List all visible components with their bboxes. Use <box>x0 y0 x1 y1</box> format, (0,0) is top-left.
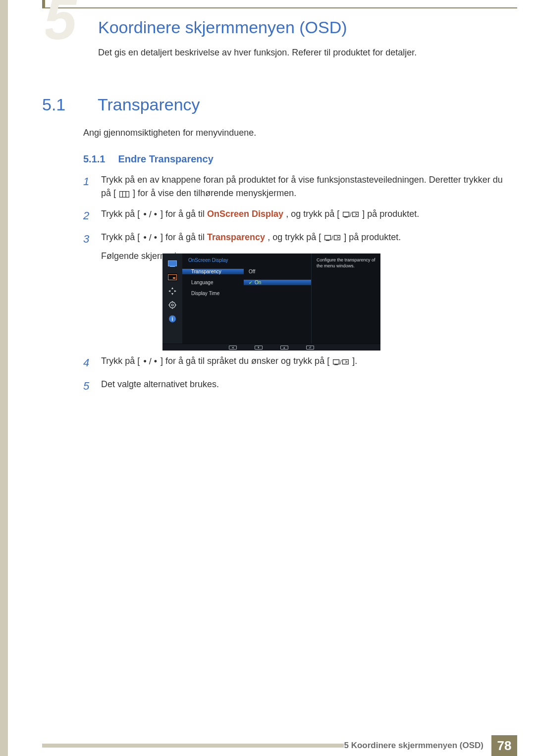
chapter-intro: Det gis en detaljert beskrivelse av hver… <box>98 48 505 58</box>
osd-row-label: Display Time <box>182 291 244 296</box>
svg-text:/: / <box>331 235 333 241</box>
osd-row-value: On <box>244 280 311 285</box>
osd-row-transparency-on: Language On <box>182 277 311 288</box>
dot-slash-dot-icon: • / • <box>142 231 158 245</box>
page-number: 78 <box>491 735 517 756</box>
step-text: Trykk på en av knappene foran på produkt… <box>101 173 505 201</box>
osd-row-displaytime: Display Time <box>182 288 311 299</box>
step-5: 5 Det valgte alternativet brukes. <box>83 378 505 394</box>
nav-up-icon: ▴ <box>280 346 288 350</box>
step-index: 5 <box>83 378 92 394</box>
osd-nav-bar: ◂ ▾ ▴ ↲ <box>162 344 380 351</box>
svg-rect-7 <box>325 236 331 240</box>
top-rule <box>42 7 517 8</box>
step-text: Trykk på [ • / • ] for å gå til språket … <box>101 354 505 371</box>
osd-icon-onscreen <box>167 273 177 281</box>
text-fragment: ] på produktet. <box>362 209 419 219</box>
chapter-number: 5 <box>46 0 77 41</box>
svg-rect-12 <box>170 266 175 267</box>
text-fragment: Trykk på [ <box>101 356 140 366</box>
nav-left-icon: ◂ <box>229 346 237 350</box>
step-text: Det valgte alternativet brukes. <box>101 378 505 394</box>
section-number: 5.1 <box>42 95 83 114</box>
osd-icon-position <box>167 287 177 295</box>
dot-slash-dot-icon: • / • <box>142 355 158 368</box>
svg-rect-8 <box>326 240 329 241</box>
text-fragment: ] for å vise den tilhørende menyskjermen… <box>133 188 296 198</box>
svg-text:/: / <box>350 211 352 218</box>
text-fragment: , og trykk på [ <box>286 209 339 219</box>
text-fragment: ]. <box>352 356 357 366</box>
text-fragment: Trykk på [ <box>101 209 140 219</box>
osd-row-value: Off <box>244 269 311 274</box>
osd-row-label: Language <box>182 280 244 285</box>
text-fragment: ] for å gå til <box>160 209 207 219</box>
side-strip <box>0 0 8 756</box>
emphasis-onscreen-display: OnScreen Display <box>207 209 283 219</box>
step-index: 2 <box>83 207 92 224</box>
svg-rect-14 <box>173 277 175 279</box>
select-source-icon: / <box>332 355 350 368</box>
steps-block-2: 4 Trykk på [ • / • ] for å gå til språke… <box>83 354 505 401</box>
step-1: 1 Trykk på en av knappene foran på produ… <box>83 173 505 201</box>
svg-rect-24 <box>334 364 338 365</box>
osd-title: OnScreen Display <box>182 253 311 266</box>
text-fragment: ] for å gå til <box>160 232 207 242</box>
page-footer: 5 Koordinere skjermmenyen (OSD) 78 <box>42 735 517 756</box>
subsection-title: Endre Transparency <box>118 153 213 165</box>
osd-screenshot: i OnScreen Display Transparency Off Lang… <box>162 253 380 351</box>
emphasis-transparency: Transparency <box>207 232 265 242</box>
nav-down-icon: ▾ <box>255 346 263 350</box>
text-fragment: Trykk på [ <box>101 232 140 242</box>
osd-icon-info: i <box>167 315 177 323</box>
step-4: 4 Trykk på [ • / • ] for å gå til språke… <box>83 354 505 371</box>
text-fragment: , og trykk på [ <box>268 232 321 242</box>
osd-row-transparency: Transparency Off <box>182 266 311 277</box>
subsection-number: 5.1.1 <box>83 153 105 165</box>
step-index: 1 <box>83 173 92 201</box>
accent-top <box>42 0 45 7</box>
svg-rect-3 <box>343 212 349 217</box>
nav-enter-icon: ↲ <box>306 346 314 350</box>
svg-text:/: / <box>340 359 342 365</box>
select-source-icon: / <box>342 208 360 221</box>
svg-point-16 <box>171 304 173 306</box>
text-fragment: ] på produktet. <box>344 232 401 242</box>
menu-icon <box>118 187 130 201</box>
svg-text:i: i <box>172 316 173 322</box>
svg-rect-4 <box>344 217 348 217</box>
step-index: 4 <box>83 354 92 371</box>
select-source-icon: / <box>323 231 341 245</box>
subsection-header: 5.1.1 Endre Transparency <box>83 153 214 165</box>
chapter-title: Koordinere skjermmenyen (OSD) <box>98 18 347 37</box>
osd-panel: i OnScreen Display Transparency Off Lang… <box>162 253 380 344</box>
section-title: Transparency <box>98 95 200 114</box>
step-text: Trykk på [ • / • ] for å gå til OnScreen… <box>101 207 505 224</box>
svg-point-15 <box>169 302 175 308</box>
svg-rect-23 <box>333 359 339 364</box>
section-header: 5.1 Transparency <box>42 95 517 114</box>
step-index: 3 <box>83 231 92 263</box>
footer-label: 5 Koordinere skjermmenyen (OSD) <box>344 741 491 751</box>
osd-description: Configure the transparency of the menu w… <box>311 253 380 344</box>
osd-row-label: Transparency <box>182 269 244 274</box>
dot-slash-dot-icon: • / • <box>142 208 158 221</box>
chapter-number-block: 5 <box>46 0 90 41</box>
osd-sidebar: i <box>162 253 182 344</box>
section-body: Angi gjennomsiktigheten for menyvinduene… <box>83 128 505 138</box>
osd-main: OnScreen Display Transparency Off Langua… <box>182 253 311 344</box>
osd-icon-settings <box>167 301 177 309</box>
svg-rect-11 <box>168 260 177 266</box>
osd-icon-picture <box>167 259 177 267</box>
osd-rows: Transparency Off Language On Display Tim… <box>182 266 311 299</box>
svg-rect-0 <box>120 191 129 197</box>
step-2: 2 Trykk på [ • / • ] for å gå til OnScre… <box>83 207 505 224</box>
text-fragment: ] for å gå til språket du ønsker og tryk… <box>160 356 329 366</box>
